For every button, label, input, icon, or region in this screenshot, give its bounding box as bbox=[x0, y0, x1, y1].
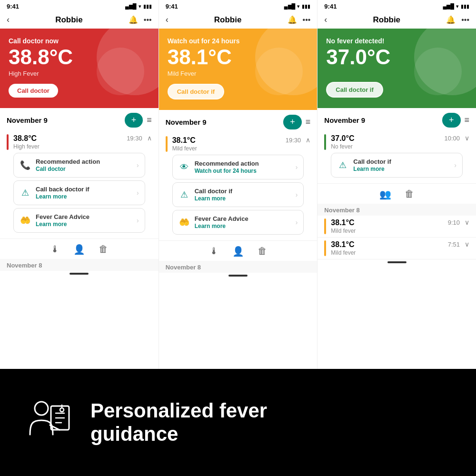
temp-entry-top-2: 38.1°C Mild fever 19:30 ∧ bbox=[166, 136, 311, 152]
temp-info-3: 37.0°C No fever bbox=[331, 134, 354, 150]
add-button-1[interactable]: + bbox=[125, 113, 143, 128]
nov8-label-1: November 8 bbox=[0, 259, 159, 271]
action-card-text-1-2: Fever Care Advice Learn more bbox=[36, 213, 132, 228]
more-icon-1[interactable]: ••• bbox=[144, 16, 152, 24]
arrow-icon-2-0: › bbox=[296, 163, 298, 171]
temp-type-3-2: Mild fever bbox=[331, 249, 356, 256]
action-card-1-0[interactable]: 📞 Recommended action Call doctor › bbox=[13, 153, 145, 178]
warning-icon-2-1: ⚠ bbox=[178, 189, 190, 200]
alarm-icon-2[interactable]: 🔔 bbox=[288, 15, 297, 24]
action-card-2-2[interactable]: 🤲 Fever Care Advice Learn more › bbox=[172, 210, 304, 235]
thermometer-icon-2[interactable]: 🌡 bbox=[209, 246, 219, 257]
thermometer-icon-1[interactable]: 🌡 bbox=[50, 244, 60, 255]
person-medical-svg bbox=[21, 397, 74, 449]
action-title-2-0: Recommended action bbox=[195, 160, 291, 167]
collapse-icon-2[interactable]: ∧ bbox=[306, 136, 310, 144]
temp-type-2: Mild fever bbox=[172, 145, 197, 152]
action-card-1-2[interactable]: 🤲 Fever Care Advice Learn more › bbox=[13, 208, 145, 233]
expand-icon-3-1[interactable]: ∨ bbox=[465, 218, 469, 226]
action-sub-2-2: Learn more bbox=[195, 223, 291, 229]
arrow-icon-1-0: › bbox=[137, 161, 139, 169]
filter-button-2[interactable]: ≡ bbox=[306, 117, 311, 127]
alarm-icon-3[interactable]: 🔔 bbox=[446, 15, 456, 24]
action-card-1-1[interactable]: ⚠ Call back doctor if Learn more › bbox=[13, 180, 145, 205]
back-button-2[interactable]: ‹ bbox=[166, 15, 169, 25]
hero-button-2[interactable]: Call doctor if bbox=[168, 84, 224, 99]
action-title-3-0: Call doctor if bbox=[353, 158, 449, 165]
alarm-icon-1[interactable]: 🔔 bbox=[129, 15, 138, 24]
action-card-text-3-0: Call doctor if Learn more bbox=[353, 158, 449, 172]
more-icon-3[interactable]: ••• bbox=[461, 16, 469, 24]
temp-entry-top-3-1: 38.1°C Mild fever 9:10 ∨ bbox=[324, 218, 469, 234]
action-cards-1: 📞 Recommended action Call doctor › ⚠ Cal… bbox=[7, 150, 152, 236]
expand-icon-3-2[interactable]: ∨ bbox=[465, 240, 469, 248]
action-card-3-0[interactable]: ⚠ Call doctor if Learn more › bbox=[331, 153, 463, 178]
date-row-3: November 9 + ≡ bbox=[317, 108, 476, 131]
header-title-3: Robbie bbox=[373, 15, 400, 25]
bottom-icons-3: 👥 🗑 bbox=[317, 184, 476, 204]
temp-entry-top-3-2: 38.1°C Mild fever 7:51 ∨ bbox=[324, 240, 469, 256]
date-actions-3: + ≡ bbox=[442, 113, 469, 128]
person-icon-1[interactable]: 👤 bbox=[73, 244, 85, 255]
wifi-icon-1: ▾ bbox=[139, 3, 141, 10]
person-group-icon-3[interactable]: 👥 bbox=[379, 188, 391, 200]
heart-icon-1-2: 🤲 bbox=[20, 215, 31, 226]
hero-button-1[interactable]: Call doctor bbox=[9, 84, 58, 98]
add-button-2[interactable]: + bbox=[283, 115, 302, 129]
delete-icon-3[interactable]: 🗑 bbox=[405, 188, 414, 200]
temp-entry-row-2: 38.1°C Mild fever bbox=[166, 136, 197, 152]
temp-entry-row-1: 38.8°C High fever bbox=[7, 134, 40, 150]
delete-icon-2[interactable]: 🗑 bbox=[258, 246, 267, 257]
person-icon-2[interactable]: 👤 bbox=[232, 246, 244, 257]
hero-banner-2: Watch out for 24 hours 38.1°C Mild Fever… bbox=[159, 29, 317, 110]
filter-button-1[interactable]: ≡ bbox=[147, 115, 152, 125]
temp-indicator-3-1 bbox=[324, 218, 326, 234]
status-time-2: 9:41 bbox=[166, 3, 178, 10]
temp-time-3: 10:00 bbox=[444, 135, 460, 142]
temp-entry-3-0: 37.0°C No fever 10:00 ∨ ⚠ Call doctor if bbox=[317, 131, 476, 184]
hero-button-3[interactable]: Call doctor if bbox=[326, 82, 383, 98]
temp-info-3-1: 38.1°C Mild fever bbox=[331, 218, 356, 234]
hero-circle2-1 bbox=[97, 48, 144, 95]
header-icons-2: 🔔 ••• bbox=[288, 15, 311, 24]
bottom-icons-2: 🌡 👤 🗑 bbox=[159, 241, 317, 261]
filter-button-3[interactable]: ≡ bbox=[465, 115, 470, 125]
temp-time-1: 19:30 bbox=[127, 135, 142, 142]
temp-info-2: 38.1°C Mild fever bbox=[172, 136, 197, 152]
action-sub-2-1: Learn more bbox=[195, 195, 291, 202]
temp-indicator-1 bbox=[7, 134, 9, 150]
action-card-text-2-0: Recommended action Watch out for 24 hour… bbox=[195, 160, 291, 174]
scroll-indicator-1 bbox=[69, 273, 89, 275]
action-title-2-2: Fever Care Advice bbox=[195, 215, 291, 222]
delete-icon-1[interactable]: 🗑 bbox=[99, 244, 108, 255]
back-button-1[interactable]: ‹ bbox=[7, 15, 10, 25]
bottom-section: Personalized feverguidance bbox=[0, 369, 476, 476]
signal-icon-3: ▄▆█ bbox=[443, 3, 454, 10]
add-button-3[interactable]: + bbox=[442, 113, 461, 128]
more-icon-2[interactable]: ••• bbox=[303, 16, 311, 24]
arrow-icon-1-1: › bbox=[137, 189, 139, 197]
signal-icon-2: ▄▆█ bbox=[284, 3, 296, 10]
app-header-2: ‹ Robbie 🔔 ••• bbox=[159, 12, 317, 29]
temp-indicator-2 bbox=[166, 136, 168, 152]
temp-value-2: 38.1°C bbox=[172, 136, 197, 145]
date-row-2: November 9 + ≡ bbox=[159, 110, 317, 133]
action-card-2-1[interactable]: ⚠ Call doctor if Learn more › bbox=[172, 182, 304, 207]
header-title-1: Robbie bbox=[55, 15, 83, 25]
personalized-icon bbox=[19, 394, 76, 451]
temp-time-row-3: 10:00 ∨ bbox=[444, 134, 469, 142]
bottom-text: Personalized feverguidance bbox=[90, 399, 267, 446]
temp-entry-2-0: 38.1°C Mild fever 19:30 ∧ 👁 Recommended … bbox=[159, 133, 317, 241]
phones-row: 9:41 ▄▆█ ▾ ▮▮▮ ‹ Robbie 🔔 ••• Call docto… bbox=[0, 0, 476, 369]
back-button-3[interactable]: ‹ bbox=[324, 15, 327, 25]
action-card-2-0[interactable]: 👁 Recommended action Watch out for 24 ho… bbox=[172, 155, 304, 179]
status-bar-3: 9:41 ▄▆█ ▾ ▮▮▮ bbox=[317, 0, 476, 12]
battery-icon-1: ▮▮▮ bbox=[143, 3, 152, 10]
collapse-icon-1[interactable]: ∧ bbox=[147, 134, 152, 142]
expand-icon-3[interactable]: ∨ bbox=[465, 134, 469, 142]
action-cards-2: 👁 Recommended action Watch out for 24 ho… bbox=[166, 152, 311, 238]
temp-entry-3-nov8-0: 38.1°C Mild fever 9:10 ∨ bbox=[317, 216, 476, 238]
battery-icon-3: ▮▮▮ bbox=[461, 3, 469, 10]
hero-circle2-2 bbox=[255, 48, 303, 95]
status-bar-1: 9:41 ▄▆█ ▾ ▮▮▮ bbox=[0, 0, 159, 12]
